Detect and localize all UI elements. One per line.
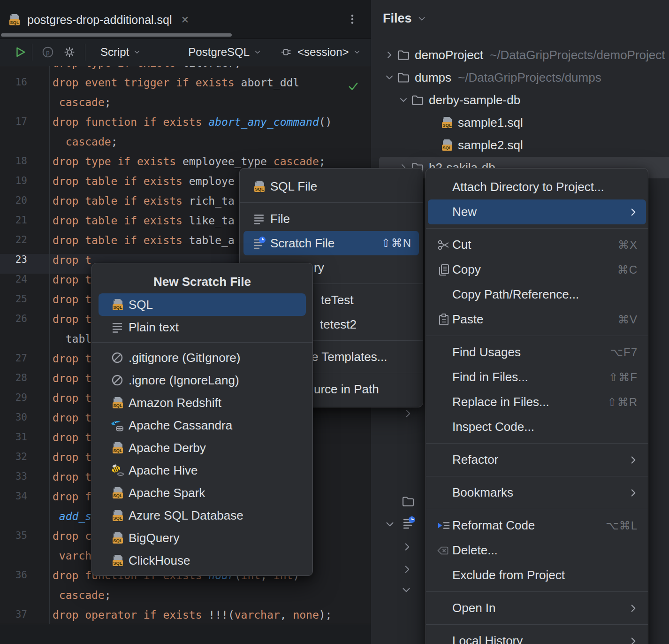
sidebar-item-dumps[interactable]: dumps~/DataGripProjects/dumps — [371, 66, 669, 89]
chevron-right-icon[interactable] — [384, 49, 395, 61]
session-dropdown[interactable]: <session> — [275, 45, 365, 59]
submenu-arrow-icon — [627, 487, 639, 499]
menu-item-replace-in-files[interactable]: Replace in Files...⇧⌘R — [428, 390, 646, 414]
menu-item-attach-directory-to-project[interactable]: Attach Directory to Project... — [428, 175, 646, 199]
menu-item-label: Apache Hive — [129, 463, 198, 478]
scratch-file-icon[interactable] — [401, 515, 416, 530]
tree-item-name: dumps — [415, 70, 451, 85]
folder-icon[interactable] — [401, 494, 416, 509]
menu-item-new[interactable]: New — [428, 199, 646, 224]
line-number: 31 — [0, 431, 27, 451]
menu-item-label: Replace in Files... — [452, 395, 549, 409]
menu-item-file[interactable]: File — [243, 207, 419, 231]
menu-item-exclude-from-project[interactable]: Exclude from Project — [428, 563, 646, 588]
code-line-16[interactable]: 16drop event trigger if exists abort_ddl — [0, 77, 371, 96]
menu-item-delete[interactable]: Delete... — [428, 538, 646, 563]
files-panel-header[interactable]: Files — [383, 11, 427, 26]
menu-item-find-usages[interactable]: Find Usages⌥F7 — [428, 340, 646, 365]
submenu-arrow-icon — [627, 635, 639, 644]
svg-text:SQL: SQL — [113, 493, 122, 498]
menu-item-apache-derby[interactable]: SQLApache Derby — [99, 437, 306, 459]
code-text: drop table if exists table_a — [53, 234, 235, 254]
menu-item-clickhouse[interactable]: SQLClickHouse — [99, 549, 306, 572]
code-line-wrap[interactable]: cascade; — [0, 589, 371, 609]
sql-icon: SQL — [110, 485, 125, 500]
line-number — [0, 96, 27, 116]
menu-item-label-fragment: teTest — [321, 293, 353, 307]
script-dropdown[interactable]: Script — [96, 46, 146, 59]
sidebar-item-sample2-sql[interactable]: SQLsample2.sql — [371, 134, 669, 156]
code-text: drop table if exists like_ta — [53, 215, 235, 234]
submenu-arrow-icon — [627, 602, 639, 614]
chevron-right-icon[interactable] — [401, 541, 413, 553]
menu-item-azure-sql-database[interactable]: SQLAzure SQL Database — [99, 504, 306, 527]
menu-item-ignore-ignorelang[interactable]: .ignore (IgnoreLang) — [99, 369, 306, 391]
prohibit-icon — [110, 373, 125, 388]
reformat-icon — [436, 518, 451, 533]
menu-item-local-history[interactable]: Local History — [428, 629, 646, 644]
menu-item-label: Open In — [452, 601, 496, 615]
menu-item-copy-path-reference[interactable]: Copy Path/Reference... — [428, 282, 646, 307]
menu-item-apache-hive[interactable]: Apache Hive — [99, 459, 306, 482]
menu-item-find-in-files[interactable]: Find in Files...⇧⌘F — [428, 365, 646, 390]
menu-item-bigquery[interactable]: SQLBigQuery — [99, 527, 306, 549]
line-number: 21 — [0, 215, 27, 234]
chevron-down-icon[interactable] — [384, 72, 395, 83]
line-number: 27 — [0, 353, 27, 372]
tree-item-name: demoProject — [415, 48, 483, 62]
sidebar-item-sample1-sql[interactable]: SQLsample1.sql — [371, 111, 669, 134]
menu-item-cut[interactable]: Cut⌘X — [428, 232, 646, 257]
menu-item-paste[interactable]: Paste⌘V — [428, 307, 646, 332]
menu-separator — [426, 336, 648, 336]
menu-item-label: Reformat Code — [452, 518, 535, 533]
run-button[interactable] — [13, 45, 27, 59]
chevron-down-icon[interactable] — [384, 518, 396, 530]
menu-item-amazon-redshift[interactable]: SQLAmazon Redshift — [99, 391, 306, 414]
editor-bottom-divider — [0, 624, 371, 624]
code-text: varch — [53, 550, 91, 569]
code-line-wrap[interactable]: cascade; — [0, 96, 371, 116]
menu-item-sql[interactable]: SQLSQL — [99, 293, 306, 316]
tab-options-kebab-icon[interactable] — [345, 12, 359, 26]
sql-icon: SQL — [251, 179, 266, 194]
svg-text:SQL: SQL — [442, 123, 452, 128]
menu-item-open-in[interactable]: Open In — [428, 596, 646, 621]
chevron-down-icon — [133, 48, 141, 56]
menu-item-label: File — [270, 212, 290, 226]
code-line-wrap[interactable]: cascade; — [0, 136, 371, 155]
chevron-right-icon[interactable] — [402, 407, 414, 420]
chevron-down-icon[interactable] — [398, 94, 409, 106]
profiler-icon[interactable]: p — [41, 45, 55, 59]
menu-item-copy[interactable]: Copy⌘C — [428, 257, 646, 282]
chevron-right-icon[interactable] — [401, 563, 413, 575]
menu-item-apache-cassandra[interactable]: Apache Cassandra — [99, 414, 306, 437]
tab-postgres-drop-additional[interactable]: SQL postgres-drop-additional.sql × — [7, 7, 189, 33]
menu-item-gitignore-gitignore[interactable]: .gitignore (GitIgnore) — [99, 346, 306, 369]
menu-item-sql-file[interactable]: SQLSQL File — [243, 174, 419, 199]
settings-gear-icon[interactable] — [62, 45, 76, 59]
file-icon — [251, 211, 266, 226]
code-text: add_s — [53, 510, 91, 530]
menu-item-inspect-code[interactable]: Inspect Code... — [428, 414, 646, 439]
sidebar-item-demoproject[interactable]: demoProject~/DataGripProjects/demoProjec… — [371, 44, 669, 66]
chevron-down-icon[interactable] — [400, 584, 412, 596]
sql-icon: SQL — [110, 508, 125, 523]
menu-item-label: Apache Cassandra — [129, 418, 232, 433]
line-number: 34 — [0, 491, 27, 510]
code-text: drop table if exists employe — [53, 175, 235, 195]
line-number: 20 — [0, 195, 27, 215]
menu-item-plain-text[interactable]: Plain text — [99, 316, 306, 338]
menu-item-refactor[interactable]: Refactor — [428, 447, 646, 472]
sidebar-item-derby-sample-db[interactable]: derby-sample-db — [371, 89, 669, 111]
tab-close-icon[interactable]: × — [182, 13, 189, 27]
svg-text:SQL: SQL — [113, 448, 122, 453]
menu-item-label: Delete... — [452, 543, 498, 558]
dialect-dropdown[interactable]: PostgreSQL — [183, 46, 266, 59]
menu-item-reformat-code[interactable]: Reformat Code⌥⌘L — [428, 513, 646, 538]
menu-item-bookmarks[interactable]: Bookmarks — [428, 480, 646, 505]
menu-item-scratch-file[interactable]: Scratch File⇧⌘N — [243, 231, 419, 255]
menu-item-apache-spark[interactable]: SQLApache Spark — [99, 482, 306, 504]
code-line-17[interactable]: 17drop function if exists abort_any_comm… — [0, 116, 371, 136]
menu-item-label-fragment: e Templates... — [312, 350, 387, 364]
svg-text:SQL: SQL — [113, 515, 122, 521]
